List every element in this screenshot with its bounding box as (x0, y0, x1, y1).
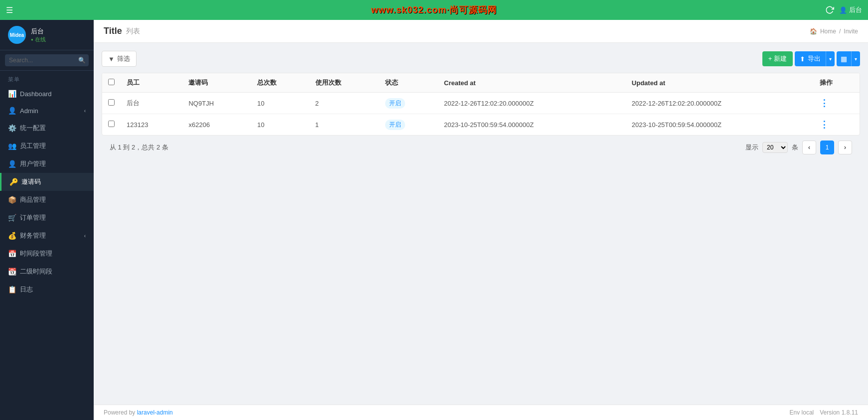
sidebar-item-product[interactable]: 📦 商品管理 (0, 191, 94, 209)
columns-button-group: ▦ ▾ (837, 51, 860, 66)
columns-main-button[interactable]: ▦ (837, 51, 851, 66)
sidebar-item-user-manage[interactable]: 👤 用户管理 (0, 155, 94, 173)
home-icon: 🏠 (810, 28, 817, 35)
cell-updated-at: 2022-12-26T12:02:20.000000Z (626, 93, 814, 114)
main-content: Title 列表 🏠 Home / Invite ▼ 筛选 (94, 20, 868, 420)
display-label: 显示 (745, 143, 758, 152)
filter-icon: ▼ (108, 55, 115, 63)
env-label: Env local (790, 409, 814, 416)
timeslot-icon: 📅 (8, 250, 16, 258)
cell-status: 开启 (379, 114, 438, 136)
footer-right: Env local Version 1.8.11 (790, 409, 858, 416)
columns-dropdown-button[interactable]: ▾ (851, 51, 860, 66)
sidebar-item-unified-config[interactable]: ⚙️ 统一配置 (0, 119, 94, 137)
sidebar-item-timeslot[interactable]: 📅 时间段管理 (0, 245, 94, 263)
sidebar-item-label: 财务管理 (20, 231, 46, 240)
search-input[interactable] (5, 54, 89, 66)
content-area: ▼ 筛选 + 新建 ⬆ 导出 ▾ ▦ ▾ (94, 43, 868, 405)
laravel-admin-link[interactable]: laravel-admin (137, 409, 173, 416)
export-dropdown-button[interactable]: ▾ (826, 51, 835, 66)
sidebar-item-finance[interactable]: 💰 财务管理 ‹ (0, 227, 94, 245)
table-row: 后台 NQ9TJH 10 2 开启 2022-12-26T12:02:20.00… (102, 93, 860, 114)
action-menu-button[interactable]: ⋮ (820, 98, 829, 108)
main-layout: Midea 后台 在线 🔍 菜单 📊 Dashboard 👤 Admin ‹ ⚙… (0, 20, 868, 420)
refresh-icon[interactable] (825, 5, 834, 14)
breadcrumb-invite-link[interactable]: Invite (844, 28, 858, 35)
invite-codes-table: 员工 邀请码 总次数 使用次数 状态 Created at Updated at… (102, 73, 860, 135)
sidebar-item-label: 邀请码 (21, 177, 41, 186)
row-checkbox[interactable] (108, 121, 115, 127)
filter-button[interactable]: ▼ 筛选 (102, 51, 137, 67)
sub-header: Title 列表 🏠 Home / Invite (94, 20, 868, 43)
page-size-select[interactable]: 20 50 100 (762, 142, 788, 153)
search-icon[interactable]: 🔍 (78, 57, 86, 64)
sidebar-item-label: 订单管理 (20, 213, 46, 222)
log-icon: 📋 (8, 285, 16, 293)
table-wrapper: 员工 邀请码 总次数 使用次数 状态 Created at Updated at… (102, 73, 860, 136)
footer: Powered by laravel-admin Env local Versi… (94, 405, 868, 420)
admin-icon: 👤 (8, 107, 16, 115)
order-icon: 🛒 (8, 214, 16, 222)
chevron-icon: ‹ (84, 233, 86, 239)
sidebar-item-label: Dashboard (20, 90, 52, 98)
pagination-summary: 从 1 到 2，总共 2 条 (110, 143, 168, 152)
table-header-row: 员工 邀请码 总次数 使用次数 状态 Created at Updated at… (102, 73, 860, 93)
sidebar-section-label: 菜单 (0, 71, 94, 85)
product-icon: 📦 (8, 196, 16, 204)
pagination-right: 显示 20 50 100 条 ‹ 1 › (745, 140, 852, 154)
sidebar-item-label: 时间段管理 (20, 249, 52, 258)
col-updated-at: Updated at (626, 73, 814, 93)
cell-created-at: 2023-10-25T00:59:54.000000Z (438, 114, 626, 136)
select-all-checkbox[interactable] (108, 79, 115, 85)
status-badge: 开启 (385, 120, 405, 130)
sidebar-user-info: 后台 在线 (31, 27, 46, 43)
sidebar-item-label: 商品管理 (20, 195, 46, 204)
cell-created-at: 2022-12-26T12:02:20.000000Z (438, 93, 626, 114)
per-page-suffix: 条 (792, 143, 798, 152)
sidebar-item-label: 统一配置 (20, 124, 46, 133)
pagination-bar: 从 1 到 2，总共 2 条 显示 20 50 100 条 ‹ 1 › (102, 136, 860, 157)
user-icon: 👤 (8, 160, 16, 168)
current-page-button[interactable]: 1 (820, 140, 834, 154)
cell-employee: 123123 (121, 114, 182, 136)
hamburger-icon[interactable]: ☰ (6, 5, 13, 15)
col-actions: 操作 (814, 73, 860, 93)
topbar-right: 👤 后台 (825, 5, 862, 14)
sidebar-item-invite-code[interactable]: 🔑 邀请码 (0, 173, 94, 191)
sidebar-item-order[interactable]: 🛒 订单管理 (0, 209, 94, 227)
breadcrumb: 🏠 Home / Invite (810, 28, 858, 35)
cell-updated-at: 2023-10-25T00:59:54.000000Z (626, 114, 814, 136)
employee-icon: 👥 (8, 142, 16, 150)
col-used: 使用次数 (309, 73, 379, 93)
next-page-button[interactable]: › (838, 140, 852, 154)
cell-employee: 后台 (121, 93, 182, 114)
sidebar-item-label: Admin (20, 107, 38, 115)
action-menu-button[interactable]: ⋮ (820, 120, 829, 130)
action-buttons: + 新建 ⬆ 导出 ▾ ▦ ▾ (762, 51, 860, 66)
sidebar-item-admin[interactable]: 👤 Admin ‹ (0, 102, 94, 119)
topbar-user-label: 后台 (849, 5, 862, 14)
export-button-group: ⬆ 导出 ▾ (795, 51, 835, 66)
cell-total: 10 (251, 114, 309, 136)
new-button[interactable]: + 新建 (762, 51, 793, 66)
topbar-user-icon: 👤 (839, 6, 847, 14)
cell-actions: ⋮ (814, 93, 860, 114)
col-total: 总次数 (251, 73, 309, 93)
sidebar-item-sub-timeslot[interactable]: 📆 二级时间段 (0, 263, 94, 280)
sidebar-item-log[interactable]: 📋 日志 (0, 280, 94, 298)
sidebar-item-employee[interactable]: 👥 员工管理 (0, 137, 94, 155)
topbar-user[interactable]: 👤 后台 (839, 5, 862, 14)
sidebar-item-label: 员工管理 (20, 141, 46, 150)
sidebar-item-dashboard[interactable]: 📊 Dashboard (0, 85, 94, 102)
page-title: Title (104, 26, 122, 36)
cell-code: NQ9TJH (182, 93, 251, 114)
prev-page-button[interactable]: ‹ (802, 140, 816, 154)
table-row: 123123 x62206 10 1 开启 2023-10-25T00:59:5… (102, 114, 860, 136)
breadcrumb-home-link[interactable]: Home (820, 28, 836, 35)
filter-left: ▼ 筛选 (102, 51, 137, 67)
col-created-at: Created at (438, 73, 626, 93)
row-checkbox[interactable] (108, 99, 115, 106)
filter-bar: ▼ 筛选 + 新建 ⬆ 导出 ▾ ▦ ▾ (102, 51, 860, 67)
export-main-button[interactable]: ⬆ 导出 (795, 51, 826, 66)
cell-total: 10 (251, 93, 309, 114)
